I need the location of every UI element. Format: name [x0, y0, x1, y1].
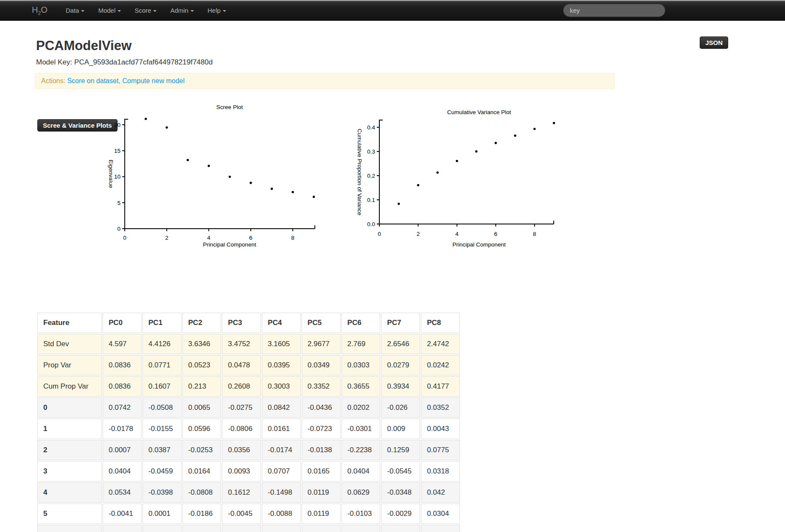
table-cell: 0.0404	[103, 461, 142, 482]
table-row-5: 5-0.00410.0001-0.0186-0.0045-0.00880.011…	[37, 504, 460, 524]
compute-new-model-link[interactable]: Compute new model	[122, 77, 185, 84]
column-header-pc2: PC2	[182, 313, 221, 333]
row-label: 6	[37, 525, 102, 532]
table-cell: -0.2238	[342, 440, 381, 460]
y-tick-label: 15	[114, 148, 121, 154]
table-cell: 0.0771	[143, 355, 182, 375]
nav-item-label: Admin	[170, 7, 188, 14]
row-label: Std Dev	[37, 334, 102, 354]
row-label: 3	[37, 461, 102, 482]
table-cell: -0.0253	[182, 440, 221, 460]
table-cell: 0.0356	[222, 440, 261, 460]
table-cell: 0.0352	[421, 398, 460, 418]
table-cell: 0.0629	[342, 482, 381, 503]
table-cell: 0.009	[381, 419, 420, 439]
y-tick-label: 10	[114, 174, 121, 180]
x-tick-label: 0	[378, 231, 381, 237]
model-key-label: Model Key:	[36, 58, 72, 66]
data-point	[475, 150, 477, 152]
table-cell: 0.0842	[262, 398, 301, 418]
y-tick-label: 0.0	[367, 221, 375, 227]
nav-item-help[interactable]: Help	[201, 0, 233, 20]
table-cell: 0.0707	[262, 461, 301, 482]
table-cell: -0.0806	[222, 419, 261, 439]
table-cell: 0.0279	[381, 355, 420, 375]
table-row-std-dev: Std Dev4.5974.41263.63463.47523.16052.96…	[37, 334, 460, 354]
nav-item-model[interactable]: Model	[91, 0, 128, 20]
table-cell: -0.0508	[143, 398, 182, 418]
chart-title: Scree Plot	[216, 104, 243, 110]
table-cell: -0.0459	[143, 461, 182, 482]
column-header-feature: Feature	[37, 313, 102, 333]
column-header-pc6: PC6	[342, 313, 381, 333]
data-point	[187, 159, 189, 161]
brand-logo[interactable]: H2O	[32, 5, 48, 16]
row-label: Cum Prop Var	[37, 376, 102, 397]
table-cell: 0.0775	[421, 440, 460, 460]
table-cell: 2.6546	[381, 334, 420, 354]
cumulative-variance-plot: 0.00.10.20.30.402468Cumulative Variance …	[348, 106, 579, 252]
link-separator: ,	[118, 77, 122, 84]
nav-item-score[interactable]: Score	[128, 0, 163, 20]
nav-item-admin[interactable]: Admin	[163, 0, 201, 20]
column-header-pc7: PC7	[381, 313, 420, 333]
caret-down-icon	[153, 10, 157, 12]
nav-item-data[interactable]: Data	[59, 0, 92, 20]
json-button[interactable]: JSON	[700, 36, 728, 49]
table-cell: 0.0161	[262, 419, 301, 439]
table-cell: -0.0398	[143, 482, 182, 503]
score-on-dataset-link[interactable]: Score on dataset	[67, 77, 118, 84]
column-header-pc8: PC8	[421, 313, 460, 333]
y-tick-label: 0	[117, 226, 121, 232]
table-cell: 0.0742	[103, 398, 142, 418]
data-point	[250, 182, 252, 184]
x-axis-label: Principal Component	[452, 241, 506, 248]
table-cell: 4.597	[103, 334, 142, 354]
table-cell: -0.0431	[262, 525, 301, 532]
table-cell: 4.4126	[143, 334, 182, 354]
table-cell: 2.4742	[421, 334, 460, 354]
table-cell: 0.0404	[342, 461, 381, 482]
table-cell: 0.0001	[143, 504, 182, 524]
x-axis-label: Principal Component	[203, 241, 256, 248]
table-cell: 0.0662	[342, 525, 381, 532]
table-cell: 0.0065	[182, 398, 221, 418]
table-cell: -0.0791	[143, 525, 182, 532]
table-cell: -0.026	[381, 398, 420, 418]
caret-down-icon	[81, 10, 84, 12]
y-tick-label: 0.2	[367, 173, 375, 179]
table-cell: 0.1259	[381, 440, 420, 460]
table-cell: -0.0174	[262, 440, 301, 460]
table-cell: 0.0202	[342, 398, 381, 418]
main-content: PCAModelView Model Key:PCA_9593da1acfd77…	[0, 38, 785, 89]
table-cell: 0.3352	[302, 376, 341, 397]
y-tick-label: 0.3	[367, 148, 375, 155]
caret-down-icon	[191, 10, 194, 12]
y-axis-label: Eigenvalue	[108, 160, 114, 188]
table-cell: 0.213	[182, 376, 221, 397]
actions-label: Actions:	[41, 77, 65, 84]
table-cell: -0.0275	[222, 398, 261, 418]
data-point	[292, 191, 294, 193]
brand-o: O	[41, 5, 48, 14]
table-cell: 0.0395	[262, 355, 301, 375]
table-cell: 0.1607	[143, 376, 182, 397]
search-input[interactable]	[563, 4, 665, 17]
y-tick-label: 0.1	[367, 197, 375, 203]
table-cell: 0.3655	[342, 376, 381, 397]
table-cell: 0.0007	[103, 440, 142, 460]
page-title: PCAModelView	[36, 38, 785, 53]
table-row-cum-prop-var: Cum Prop Var0.08360.16070.2130.26080.300…	[37, 376, 460, 397]
table-cell: 0.0043	[421, 419, 460, 439]
table-cell: 0.0114	[182, 525, 221, 532]
x-tick-label: 8	[533, 231, 536, 237]
data-point	[313, 196, 315, 198]
table-cell: 0.0349	[302, 355, 341, 375]
table-row-4: 40.0534-0.0398-0.08080.1612-0.14980.0119…	[37, 482, 460, 503]
table-cell: 3.6346	[182, 334, 221, 354]
table-cell: -0.0436	[302, 398, 341, 418]
column-header-pc3: PC3	[222, 313, 261, 333]
table-cell: 2.769	[342, 334, 381, 354]
model-key-value: PCA_9593da1acfd77cfaf644978219f7480d	[74, 58, 213, 66]
x-tick-label: 6	[494, 231, 498, 237]
